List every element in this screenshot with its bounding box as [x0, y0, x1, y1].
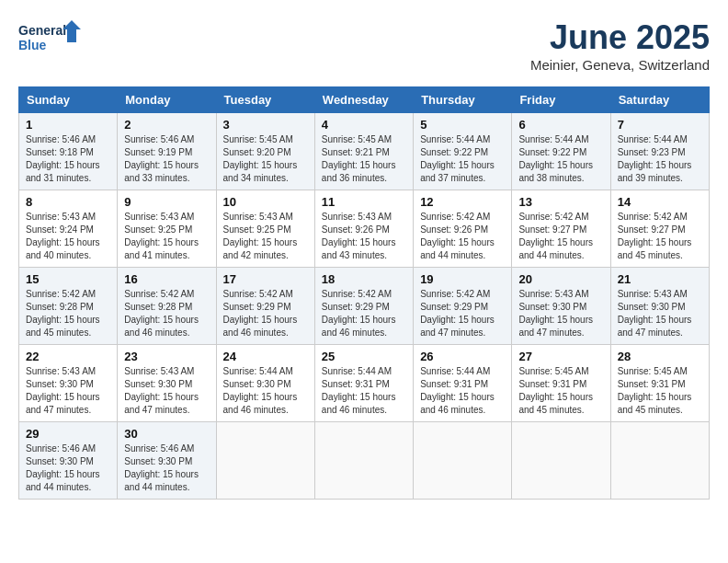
calendar-header-row: SundayMondayTuesdayWednesdayThursdayFrid… — [19, 87, 710, 113]
day-info: Sunrise: 5:45 AMSunset: 9:21 PMDaylight:… — [322, 134, 396, 183]
calendar-cell: 24 Sunrise: 5:44 AMSunset: 9:30 PMDaylig… — [216, 345, 314, 422]
day-info: Sunrise: 5:45 AMSunset: 9:20 PMDaylight:… — [223, 134, 298, 183]
calendar-cell: 30 Sunrise: 5:46 AMSunset: 9:30 PMDaylig… — [118, 422, 216, 500]
day-info: Sunrise: 5:42 AMSunset: 9:29 PMDaylight:… — [223, 289, 298, 338]
calendar-cell: 4 Sunrise: 5:45 AMSunset: 9:21 PMDayligh… — [314, 113, 413, 190]
calendar-body: 1 Sunrise: 5:46 AMSunset: 9:18 PMDayligh… — [19, 113, 710, 500]
calendar-cell: 19 Sunrise: 5:42 AMSunset: 9:29 PMDaylig… — [414, 268, 512, 345]
day-info: Sunrise: 5:43 AMSunset: 9:30 PMDaylight:… — [124, 366, 199, 415]
calendar-week-row: 1 Sunrise: 5:46 AMSunset: 9:18 PMDayligh… — [19, 113, 710, 190]
day-number: 23 — [124, 350, 209, 363]
calendar-cell: 5 Sunrise: 5:44 AMSunset: 9:22 PMDayligh… — [414, 113, 512, 190]
day-number: 25 — [322, 350, 406, 363]
day-number: 30 — [124, 427, 209, 441]
weekday-header-cell: Friday — [512, 87, 610, 113]
logo-svg: General Blue — [18, 18, 83, 55]
day-info: Sunrise: 5:44 AMSunset: 9:22 PMDaylight:… — [518, 134, 593, 183]
day-info: Sunrise: 5:46 AMSunset: 9:30 PMDaylight:… — [26, 443, 100, 492]
day-number: 20 — [518, 272, 603, 286]
calendar-cell: 14 Sunrise: 5:42 AMSunset: 9:27 PMDaylig… — [610, 190, 709, 268]
day-number: 13 — [518, 195, 603, 209]
weekday-header-cell: Sunday — [19, 87, 118, 113]
calendar-week-row: 15 Sunrise: 5:42 AMSunset: 9:28 PMDaylig… — [19, 268, 710, 345]
calendar-cell: 29 Sunrise: 5:46 AMSunset: 9:30 PMDaylig… — [19, 422, 118, 500]
day-number: 5 — [420, 118, 505, 132]
day-info: Sunrise: 5:46 AMSunset: 9:19 PMDaylight:… — [124, 134, 199, 183]
day-number: 15 — [26, 272, 110, 286]
day-info: Sunrise: 5:44 AMSunset: 9:23 PMDaylight:… — [618, 134, 692, 183]
day-info: Sunrise: 5:42 AMSunset: 9:29 PMDaylight:… — [420, 289, 495, 338]
svg-text:General: General — [18, 23, 66, 38]
day-number: 27 — [518, 350, 603, 363]
day-number: 12 — [420, 195, 505, 209]
day-info: Sunrise: 5:44 AMSunset: 9:22 PMDaylight:… — [420, 134, 495, 183]
calendar-cell — [414, 422, 512, 500]
day-info: Sunrise: 5:43 AMSunset: 9:30 PMDaylight:… — [26, 366, 100, 415]
day-info: Sunrise: 5:44 AMSunset: 9:31 PMDaylight:… — [420, 366, 495, 415]
day-number: 17 — [223, 272, 308, 286]
day-info: Sunrise: 5:42 AMSunset: 9:28 PMDaylight:… — [124, 289, 199, 338]
day-number: 28 — [618, 350, 702, 363]
calendar-cell — [314, 422, 413, 500]
day-info: Sunrise: 5:43 AMSunset: 9:25 PMDaylight:… — [124, 212, 199, 260]
day-number: 7 — [618, 118, 702, 132]
month-title: June 2025 — [530, 18, 710, 57]
day-number: 24 — [223, 350, 308, 363]
calendar-cell: 28 Sunrise: 5:45 AMSunset: 9:31 PMDaylig… — [610, 345, 709, 422]
day-number: 14 — [618, 195, 702, 209]
day-number: 6 — [518, 118, 603, 132]
day-number: 26 — [420, 350, 505, 363]
calendar-cell: 25 Sunrise: 5:44 AMSunset: 9:31 PMDaylig… — [314, 345, 413, 422]
svg-text:Blue: Blue — [18, 38, 47, 52]
day-number: 1 — [26, 118, 110, 132]
calendar-cell — [610, 422, 709, 500]
calendar-cell — [216, 422, 314, 500]
day-info: Sunrise: 5:43 AMSunset: 9:30 PMDaylight:… — [618, 289, 692, 338]
day-info: Sunrise: 5:45 AMSunset: 9:31 PMDaylight:… — [618, 366, 692, 415]
day-info: Sunrise: 5:44 AMSunset: 9:31 PMDaylight:… — [322, 366, 396, 415]
day-info: Sunrise: 5:42 AMSunset: 9:27 PMDaylight:… — [618, 212, 692, 260]
calendar-cell: 12 Sunrise: 5:42 AMSunset: 9:26 PMDaylig… — [414, 190, 512, 268]
calendar-cell: 13 Sunrise: 5:42 AMSunset: 9:27 PMDaylig… — [512, 190, 610, 268]
calendar-cell: 27 Sunrise: 5:45 AMSunset: 9:31 PMDaylig… — [512, 345, 610, 422]
day-number: 11 — [322, 195, 406, 209]
day-info: Sunrise: 5:43 AMSunset: 9:25 PMDaylight:… — [223, 212, 298, 260]
calendar-cell: 20 Sunrise: 5:43 AMSunset: 9:30 PMDaylig… — [512, 268, 610, 345]
day-number: 29 — [26, 427, 110, 441]
calendar-cell: 7 Sunrise: 5:44 AMSunset: 9:23 PMDayligh… — [610, 113, 709, 190]
day-number: 22 — [26, 350, 110, 363]
calendar-cell: 22 Sunrise: 5:43 AMSunset: 9:30 PMDaylig… — [19, 345, 118, 422]
day-number: 16 — [124, 272, 209, 286]
calendar-cell: 16 Sunrise: 5:42 AMSunset: 9:28 PMDaylig… — [118, 268, 216, 345]
day-info: Sunrise: 5:46 AMSunset: 9:18 PMDaylight:… — [26, 134, 100, 183]
weekday-header-cell: Wednesday — [314, 87, 413, 113]
calendar-cell: 9 Sunrise: 5:43 AMSunset: 9:25 PMDayligh… — [118, 190, 216, 268]
calendar-cell: 1 Sunrise: 5:46 AMSunset: 9:18 PMDayligh… — [19, 113, 118, 190]
calendar-cell: 8 Sunrise: 5:43 AMSunset: 9:24 PMDayligh… — [19, 190, 118, 268]
weekday-header-cell: Monday — [118, 87, 216, 113]
day-info: Sunrise: 5:43 AMSunset: 9:24 PMDaylight:… — [26, 212, 100, 260]
weekday-header-cell: Thursday — [414, 87, 512, 113]
calendar-cell: 3 Sunrise: 5:45 AMSunset: 9:20 PMDayligh… — [216, 113, 314, 190]
calendar-cell: 21 Sunrise: 5:43 AMSunset: 9:30 PMDaylig… — [610, 268, 709, 345]
calendar-week-row: 29 Sunrise: 5:46 AMSunset: 9:30 PMDaylig… — [19, 422, 710, 500]
day-info: Sunrise: 5:46 AMSunset: 9:30 PMDaylight:… — [124, 443, 199, 492]
day-info: Sunrise: 5:42 AMSunset: 9:26 PMDaylight:… — [420, 212, 495, 260]
title-area: June 2025 Meinier, Geneva, Switzerland — [530, 18, 710, 73]
calendar-cell: 10 Sunrise: 5:43 AMSunset: 9:25 PMDaylig… — [216, 190, 314, 268]
day-number: 4 — [322, 118, 406, 132]
weekday-header-cell: Saturday — [610, 87, 709, 113]
day-number: 21 — [618, 272, 702, 286]
day-info: Sunrise: 5:43 AMSunset: 9:30 PMDaylight:… — [518, 289, 593, 338]
day-number: 9 — [124, 195, 209, 209]
calendar-table: SundayMondayTuesdayWednesdayThursdayFrid… — [18, 86, 710, 500]
calendar-cell: 17 Sunrise: 5:42 AMSunset: 9:29 PMDaylig… — [216, 268, 314, 345]
calendar-week-row: 8 Sunrise: 5:43 AMSunset: 9:24 PMDayligh… — [19, 190, 710, 268]
day-info: Sunrise: 5:42 AMSunset: 9:29 PMDaylight:… — [322, 289, 396, 338]
calendar-cell — [512, 422, 610, 500]
day-info: Sunrise: 5:45 AMSunset: 9:31 PMDaylight:… — [518, 366, 593, 415]
day-info: Sunrise: 5:43 AMSunset: 9:26 PMDaylight:… — [322, 212, 396, 260]
weekday-header-cell: Tuesday — [216, 87, 314, 113]
page-header: General Blue June 2025 Meinier, Geneva, … — [18, 18, 710, 73]
location-title: Meinier, Geneva, Switzerland — [530, 57, 710, 73]
